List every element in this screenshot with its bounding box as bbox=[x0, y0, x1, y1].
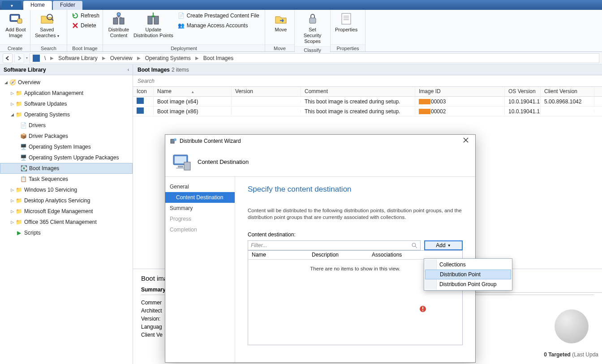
distribute-content-wizard: Distribute Content Wizard Content Destin… bbox=[165, 134, 476, 363]
distribute-content-button[interactable]: Distribute Content bbox=[106, 11, 132, 39]
update-dp-icon bbox=[146, 12, 160, 26]
svg-rect-29 bbox=[422, 307, 423, 309]
tab-home[interactable]: Home bbox=[23, 1, 52, 10]
create-prestaged-button[interactable]: 📄Create Prestaged Content File bbox=[176, 12, 261, 20]
svg-rect-17 bbox=[171, 139, 174, 143]
collapse-sidebar-icon[interactable]: ‹ bbox=[128, 64, 129, 75]
task-sequences-icon: 📋 bbox=[20, 176, 27, 183]
delete-button[interactable]: Delete bbox=[70, 21, 101, 30]
tree-os-images[interactable]: 🖥️Operating System Images bbox=[0, 141, 133, 152]
tree-app-management[interactable]: ▷📁Application Management bbox=[0, 88, 133, 98]
col-version: Version bbox=[232, 87, 301, 96]
file-package-icon: 📄 bbox=[178, 12, 185, 19]
svg-rect-8 bbox=[120, 18, 124, 24]
app-menu-dropdown[interactable]: ▾ bbox=[2, 1, 22, 10]
move-button[interactable]: Move bbox=[268, 11, 294, 34]
svg-rect-7 bbox=[113, 18, 118, 24]
folder-icon: 📁 bbox=[15, 208, 22, 215]
folder-icon: 📁 bbox=[15, 100, 22, 107]
tree-os-upgrade-packages[interactable]: 🖥️Operating System Upgrade Packages bbox=[0, 152, 133, 163]
tree-edge-management[interactable]: ▷📁Microsoft Edge Management bbox=[0, 206, 133, 217]
tree-operating-systems[interactable]: ◢📁Operating Systems bbox=[0, 109, 133, 120]
status-footer: 0 Targeted (Last Upda bbox=[544, 351, 598, 358]
svg-rect-12 bbox=[310, 18, 316, 23]
folder-icon: 📁 bbox=[15, 111, 22, 118]
search-row bbox=[133, 75, 602, 87]
col-name: Name ▲ bbox=[154, 87, 232, 96]
breadcrumb[interactable]: \ ▶ Software Library ▶ Overview ▶ Operat… bbox=[30, 53, 599, 63]
lock-icon bbox=[305, 12, 320, 26]
menu-distribution-point[interactable]: Distribution Point bbox=[425, 270, 511, 279]
tree-boot-images[interactable]: 💽Boot Images bbox=[0, 163, 133, 174]
boot-images-grid: Icon Name ▲ Version Comment Image ID OS … bbox=[133, 87, 602, 116]
distribute-icon bbox=[112, 12, 126, 26]
tree-drivers[interactable]: 📄Drivers bbox=[0, 120, 133, 131]
crumb-boot-images[interactable]: Boot Images bbox=[203, 55, 233, 61]
refresh-icon bbox=[72, 12, 79, 19]
content-header: Boot Images2 items bbox=[133, 64, 602, 75]
tree-scripts[interactable]: ▶Scripts bbox=[0, 227, 133, 238]
folder-icon: 📁 bbox=[15, 218, 22, 226]
driver-packages-icon: 📦 bbox=[20, 133, 27, 140]
boot-image-row-icon bbox=[137, 107, 144, 114]
table-row[interactable]: Boot image (x86) This boot image is crea… bbox=[133, 107, 602, 116]
wizard-close-button[interactable] bbox=[461, 137, 471, 145]
tree-driver-packages[interactable]: 📦Driver Packages bbox=[0, 131, 133, 141]
wizard-section-title: Content Destination bbox=[198, 158, 249, 165]
content-destination-label: Content destination: bbox=[248, 231, 463, 238]
saved-searches-button[interactable]: Saved Searches ▾ bbox=[33, 11, 61, 40]
svg-point-18 bbox=[174, 138, 176, 141]
add-button[interactable]: Add ▼ bbox=[424, 240, 463, 250]
dest-col-description[interactable]: Description bbox=[308, 251, 368, 259]
site-code-chip bbox=[419, 99, 430, 104]
update-dp-button[interactable]: Update Distribution Points bbox=[132, 11, 175, 39]
crumb-software-library[interactable]: Software Library bbox=[58, 55, 97, 61]
properties-button[interactable]: Properties bbox=[333, 11, 359, 34]
manage-access-button[interactable]: 👥Manage Access Accounts bbox=[176, 21, 261, 30]
search-input[interactable] bbox=[133, 76, 602, 86]
crumb-root[interactable]: \ bbox=[44, 55, 46, 61]
refresh-button[interactable]: Refresh bbox=[70, 12, 101, 20]
dest-col-name[interactable]: Name bbox=[248, 251, 308, 259]
add-dropdown-menu: Collections Distribution Point Distribut… bbox=[424, 258, 512, 291]
tab-folder[interactable]: Folder bbox=[53, 1, 82, 10]
menu-distribution-point-group[interactable]: Distribution Point Group bbox=[425, 279, 511, 289]
tree-office365[interactable]: ▷📁Office 365 Client Management bbox=[0, 217, 133, 227]
ribbon-group-create: Create bbox=[0, 44, 30, 51]
menu-collections[interactable]: Collections bbox=[425, 260, 511, 270]
set-security-scopes-button[interactable]: Set Security Scopes bbox=[297, 11, 327, 45]
crumb-overview[interactable]: Overview bbox=[110, 55, 133, 61]
svg-rect-25 bbox=[184, 162, 190, 170]
filter-input[interactable]: Filter... bbox=[248, 240, 421, 250]
wizard-nav-content-destination[interactable]: Content Destination bbox=[165, 192, 235, 203]
crumb-operating-systems[interactable]: Operating Systems bbox=[145, 55, 191, 61]
wizard-nav-general[interactable]: General bbox=[165, 181, 235, 192]
tree-software-updates[interactable]: ▷📁Software Updates bbox=[0, 98, 133, 109]
tree-win10-servicing[interactable]: ▷📁Windows 10 Servicing bbox=[0, 184, 133, 195]
move-folder-icon bbox=[274, 12, 288, 26]
ribbon-group-properties: Properties bbox=[331, 44, 365, 51]
grid-header[interactable]: Icon Name ▲ Version Comment Image ID OS … bbox=[133, 87, 602, 97]
wizard-nav-summary[interactable]: Summary bbox=[165, 203, 235, 214]
svg-point-9 bbox=[117, 13, 120, 16]
col-image-id: Image ID bbox=[415, 87, 505, 96]
tree-desktop-analytics[interactable]: ▷📁Desktop Analytics Servicing bbox=[0, 195, 133, 206]
tree-task-sequences[interactable]: 📋Task Sequences bbox=[0, 174, 133, 184]
tree-overview[interactable]: ◢🧭Overview bbox=[0, 77, 133, 88]
app-icon bbox=[33, 55, 40, 62]
col-icon: Icon bbox=[133, 87, 154, 96]
content-destination-icon bbox=[172, 153, 191, 171]
warning-icon bbox=[419, 305, 426, 313]
wizard-nav-completion: Completion bbox=[165, 224, 235, 235]
nav-forward-button[interactable] bbox=[14, 53, 24, 63]
chevron-down-icon: ▼ bbox=[447, 244, 451, 248]
sort-asc-icon: ▲ bbox=[191, 90, 194, 94]
os-images-icon: 🖥️ bbox=[20, 143, 27, 150]
ribbon-group-move: Move bbox=[265, 44, 294, 51]
add-boot-image-button[interactable]: Add Boot Image bbox=[3, 11, 29, 39]
svg-rect-23 bbox=[178, 166, 183, 167]
wizard-icon bbox=[170, 137, 177, 145]
overview-icon: 🧭 bbox=[9, 79, 16, 86]
nav-back-button[interactable] bbox=[3, 53, 13, 63]
table-row[interactable]: Boot image (x64) This boot image is crea… bbox=[133, 97, 602, 107]
